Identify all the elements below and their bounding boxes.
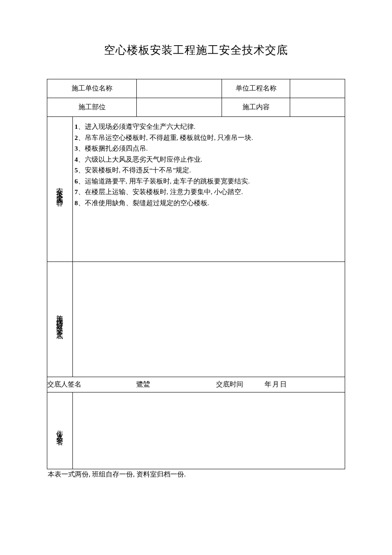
site-content[interactable]	[73, 262, 345, 377]
rule-item: 4、六级以上大风及恶劣天气时应停止作业.	[75, 154, 343, 165]
label-workers-section: 作业人员签名	[47, 392, 73, 469]
label-sign-time: 交底时间	[192, 380, 256, 389]
rule-item: 2、吊车吊运空心楼板时, 不得超重, 楼板就位时, 只准吊一块.	[75, 132, 343, 143]
label-content: 施工内容	[222, 98, 290, 117]
value-unit-name[interactable]	[137, 79, 222, 98]
doc-title: 空心楼板安装工程施工安全技术交底	[47, 43, 345, 58]
form-table: 施工单位名称 单位工程名称 施工部位 施工内容 安全技术交底内容 1、进入现场必…	[47, 79, 345, 469]
label-signer: 交底人签名	[47, 380, 94, 389]
label-location: 施工部位	[47, 98, 137, 117]
label-project-name: 单位工程名称	[222, 79, 290, 98]
value-location[interactable]	[137, 98, 222, 117]
label-safety-section: 安全技术交底内容	[47, 117, 73, 262]
safety-content: 1、进入现场必须遵守安全生产六大纪律.2、吊车吊运空心楼板时, 不得超重, 楼板…	[73, 117, 345, 262]
rule-item: 3、楼板捆扎必须四点吊.	[75, 143, 343, 154]
label-site-section: 施工现场针对性安全交底	[47, 262, 73, 377]
value-project-name[interactable]	[290, 79, 345, 98]
signature-row: 交底人签名 鷺鷥 交底时间 年月日	[47, 377, 345, 392]
footnote: 本表一式两份, 班组自存一份, 资料室归档一份.	[47, 470, 345, 479]
rule-item: 8、不准使用缺角、裂缝超过规定的空心楼板.	[75, 198, 343, 209]
signer-glyph: 鷺鷥	[94, 380, 192, 389]
rule-item: 5、安装楼板时, 不得违反“十不吊”规定.	[75, 165, 343, 176]
value-content[interactable]	[290, 98, 345, 117]
workers-content[interactable]	[73, 392, 345, 469]
rule-item: 6、运输道路要平, 用车子装板时, 走车子的跳板要宽要结实.	[75, 176, 343, 187]
rule-item: 7、在楼层上运输、安装楼板时, 注意力要集中, 小心踏空.	[75, 186, 343, 198]
rule-item: 1、进入现场必须遵守安全生产六大纪律.	[75, 121, 343, 132]
label-unit-name: 施工单位名称	[47, 79, 137, 98]
sign-date[interactable]: 年月日	[256, 380, 345, 389]
